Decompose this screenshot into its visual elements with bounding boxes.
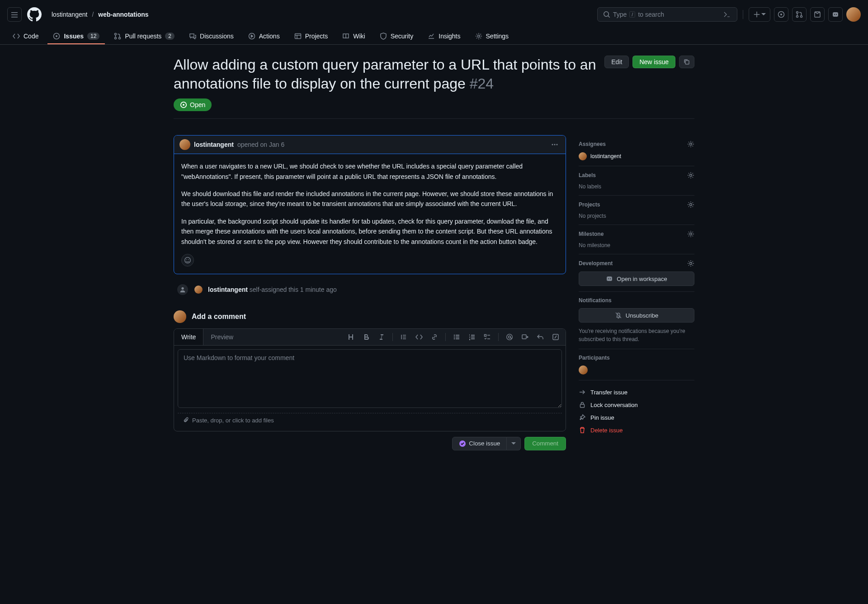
link-button[interactable] [428, 331, 441, 343]
participant-avatar[interactable] [579, 365, 588, 375]
svg-point-16 [552, 144, 553, 145]
labels-gear[interactable] [687, 172, 694, 179]
gear-icon [475, 33, 482, 40]
tab-write[interactable]: Write [174, 329, 203, 345]
svg-point-34 [690, 233, 692, 235]
nav-code[interactable]: Code [7, 29, 44, 44]
timeline-item: lostintangent self-assigned this 1 minut… [174, 278, 566, 301]
current-user-avatar[interactable] [174, 310, 186, 323]
participants-title: Participants [579, 355, 610, 361]
assignees-title: Assignees [579, 141, 606, 147]
bell-slash-icon [615, 312, 622, 319]
svg-point-24 [454, 338, 455, 340]
nav-insights[interactable]: Insights [422, 29, 466, 44]
comment-author[interactable]: lostintangent [194, 141, 234, 148]
hamburger-menu-button[interactable] [7, 7, 22, 22]
edit-button[interactable]: Edit [604, 56, 629, 68]
svg-point-22 [454, 335, 455, 336]
svg-point-12 [477, 35, 480, 37]
svg-point-18 [557, 144, 558, 145]
bold-icon [363, 333, 370, 341]
open-in-workspace-button[interactable]: Open in workspace [579, 272, 694, 286]
close-issue-button[interactable]: Close issue [452, 437, 507, 450]
issues-count-badge: 12 [87, 33, 99, 40]
comment-author-avatar[interactable] [179, 139, 190, 150]
nav-issues[interactable]: Issues12 [47, 29, 105, 44]
attach-bar[interactable]: Paste, drop, or click to add files [178, 413, 562, 427]
ul-icon [453, 333, 460, 341]
svg-rect-28 [522, 335, 526, 339]
milestone-gear[interactable] [687, 230, 694, 238]
gear-icon [687, 230, 694, 238]
timeline-avatar[interactable] [194, 286, 203, 294]
new-issue-button[interactable]: New issue [632, 56, 675, 68]
quote-button[interactable] [397, 331, 410, 343]
lock-conversation-action[interactable]: Lock conversation [579, 398, 694, 411]
bold-button[interactable] [360, 331, 373, 343]
copy-link-button[interactable] [679, 56, 694, 68]
svg-point-20 [186, 259, 187, 260]
code-button[interactable] [413, 331, 425, 343]
tab-preview[interactable]: Preview [203, 329, 241, 345]
notifications-button[interactable] [810, 7, 825, 22]
assignees-gear[interactable] [687, 140, 694, 148]
svg-point-35 [690, 262, 692, 265]
pull-requests-button[interactable] [792, 7, 807, 22]
open-issue-icon [180, 101, 187, 108]
timeline-author[interactable]: lostintangent [208, 286, 248, 293]
ul-button[interactable] [450, 331, 463, 343]
nav-security[interactable]: Security [374, 29, 419, 44]
projects-gear[interactable] [687, 201, 694, 208]
search-input[interactable]: Type / to search [597, 7, 737, 22]
breadcrumb-owner[interactable]: lostintangent [49, 9, 90, 20]
svg-point-26 [507, 334, 513, 340]
add-reaction-button[interactable] [181, 254, 194, 267]
svg-point-9 [119, 37, 121, 39]
unsubscribe-button[interactable]: Unsubscribe [579, 308, 694, 323]
nav-settings[interactable]: Settings [470, 29, 514, 44]
slash-button[interactable] [549, 331, 562, 343]
mention-button[interactable] [503, 331, 516, 343]
assignee-item[interactable]: lostintangent [579, 152, 694, 160]
delete-issue-action[interactable]: Delete issue [579, 424, 694, 436]
repo-nav: Code Issues12 Pull requests2 Discussions… [0, 29, 868, 45]
transfer-issue-action[interactable]: Transfer issue [579, 386, 694, 398]
issue-icon [53, 33, 60, 40]
nav-wiki[interactable]: Wiki [337, 29, 370, 44]
italic-button[interactable] [375, 331, 388, 343]
labels-title: Labels [579, 172, 596, 178]
breadcrumb-repo[interactable]: web-annotations [95, 9, 151, 20]
projects-icon [294, 33, 302, 40]
user-avatar[interactable] [846, 7, 861, 22]
pin-issue-action[interactable]: Pin issue [579, 411, 694, 424]
reply-button[interactable] [534, 331, 547, 343]
notifications-title: Notifications [579, 297, 612, 304]
nav-actions[interactable]: Actions [243, 29, 285, 44]
issue-number: #24 [470, 75, 494, 92]
heading-button[interactable] [344, 331, 357, 343]
nav-discussions[interactable]: Discussions [184, 29, 239, 44]
github-logo[interactable] [27, 7, 42, 22]
development-gear[interactable] [687, 260, 694, 267]
ol-button[interactable] [466, 331, 478, 343]
status-badge: Open [174, 98, 212, 111]
create-new-button[interactable] [749, 7, 770, 22]
svg-point-4 [801, 16, 802, 18]
milestone-empty: No milestone [579, 242, 694, 248]
comment-button[interactable]: Comment [524, 437, 566, 450]
issues-button[interactable] [774, 7, 788, 22]
reference-button[interactable] [519, 331, 531, 343]
copy-icon [683, 58, 690, 66]
quote-icon [400, 333, 407, 341]
copilot-button[interactable] [828, 7, 843, 22]
nav-pull-requests[interactable]: Pull requests2 [108, 29, 180, 44]
inbox-icon [814, 11, 821, 18]
svg-rect-11 [295, 34, 301, 39]
projects-empty: No projects [579, 213, 694, 219]
actions-icon [248, 33, 255, 40]
comment-menu-button[interactable] [549, 139, 560, 150]
nav-projects[interactable]: Projects [289, 29, 334, 44]
close-issue-dropdown[interactable] [507, 437, 521, 450]
tasklist-button[interactable] [481, 331, 494, 343]
comment-textarea[interactable] [178, 349, 562, 408]
